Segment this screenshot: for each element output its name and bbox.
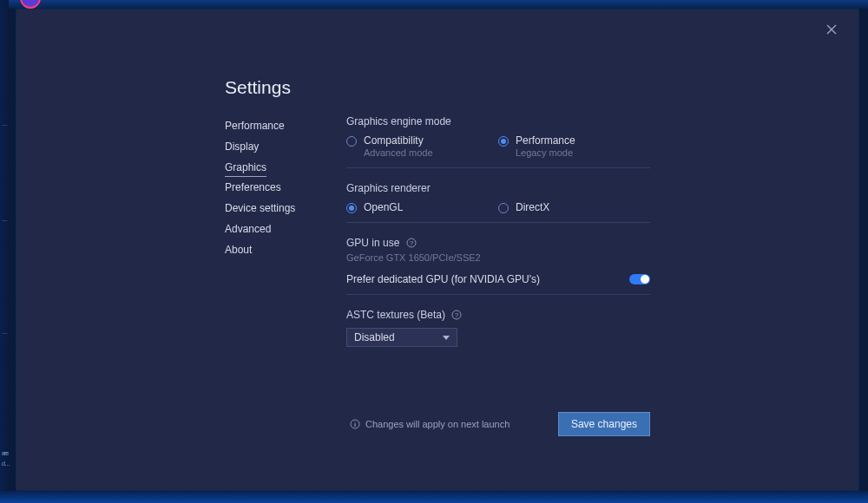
dock-marker: are [2, 451, 8, 456]
section-gpu: GPU in use ? GeForce GTX 1650/PCIe/SSE2 … [346, 237, 650, 295]
info-icon[interactable]: ? [451, 310, 462, 320]
renderer-label: Graphics renderer [346, 182, 650, 194]
svg-text:?: ? [409, 239, 413, 247]
settings-sidebar: Performance Display Graphics Preferences… [225, 115, 329, 260]
sidebar-item-preferences[interactable]: Preferences [225, 177, 281, 198]
astc-select-value: Disabled [354, 331, 395, 343]
radio-sublabel: Legacy mode [516, 147, 575, 159]
dock-marker: d… [2, 461, 10, 467]
desktop-taskbar [0, 491, 868, 503]
engine-mode-compatibility[interactable]: Compatibility Advanced mode [346, 134, 498, 159]
settings-dialog: Settings Performance Display Graphics Pr… [16, 9, 859, 491]
settings-main: Graphics engine mode Compatibility Advan… [346, 115, 650, 361]
gpu-name: GeForce GTX 1650/PCIe/SSE2 [346, 252, 650, 263]
astc-select[interactable]: Disabled [346, 328, 457, 347]
svg-text:?: ? [455, 311, 459, 319]
sidebar-item-graphics[interactable]: Graphics [225, 157, 266, 177]
section-renderer: Graphics renderer OpenGL DirectX [346, 182, 650, 223]
radio-sublabel: Advanced mode [364, 147, 433, 159]
section-divider [346, 222, 650, 223]
section-divider [346, 167, 650, 168]
gpu-label: GPU in use ? [346, 237, 650, 249]
section-astc: ASTC textures (Beta) ? Disabled [346, 309, 650, 347]
prefer-dedicated-toggle[interactable] [629, 274, 650, 284]
radio-label: DirectX [516, 201, 549, 213]
dock-marker: … [2, 121, 7, 127]
radio-icon [498, 136, 509, 147]
info-icon [350, 419, 360, 429]
sidebar-item-about[interactable]: About [225, 239, 252, 260]
dock-marker: … [2, 217, 7, 222]
renderer-opengl[interactable]: OpenGL [346, 201, 498, 213]
sidebar-item-advanced[interactable]: Advanced [225, 219, 271, 239]
desktop-top-bar [0, 0, 868, 9]
page-title: Settings [225, 77, 291, 98]
dock-marker: … [2, 330, 7, 335]
engine-mode-label: Graphics engine mode [346, 115, 650, 127]
sidebar-item-display[interactable]: Display [225, 136, 259, 157]
footer-note-text: Changes will apply on next launch [365, 419, 510, 429]
radio-label: Compatibility [364, 134, 433, 147]
app-logo-icon [16, 0, 45, 9]
renderer-directx[interactable]: DirectX [498, 201, 650, 213]
chevron-down-icon [443, 336, 450, 340]
gpu-label-text: GPU in use [346, 237, 399, 249]
astc-label-text: ASTC textures (Beta) [346, 309, 445, 321]
radio-icon [498, 203, 509, 213]
prefer-dedicated-label: Prefer dedicated GPU (for NVIDIA GPU's) [346, 273, 540, 285]
dialog-footer: Changes will apply on next launch Save c… [346, 412, 650, 436]
radio-label: Performance [516, 134, 575, 147]
radio-icon [346, 136, 357, 147]
section-divider [346, 294, 650, 295]
desktop-left-bar [0, 0, 9, 503]
footer-note: Changes will apply on next launch [346, 419, 510, 429]
close-button[interactable] [825, 23, 838, 36]
radio-label: OpenGL [364, 201, 403, 213]
sidebar-item-device-settings[interactable]: Device settings [225, 198, 295, 219]
section-engine-mode: Graphics engine mode Compatibility Advan… [346, 115, 650, 168]
radio-icon [346, 203, 357, 213]
astc-label: ASTC textures (Beta) ? [346, 309, 650, 321]
save-changes-button[interactable]: Save changes [558, 412, 650, 436]
sidebar-item-performance[interactable]: Performance [225, 115, 285, 136]
info-icon[interactable]: ? [406, 238, 417, 248]
engine-mode-performance[interactable]: Performance Legacy mode [498, 134, 650, 159]
